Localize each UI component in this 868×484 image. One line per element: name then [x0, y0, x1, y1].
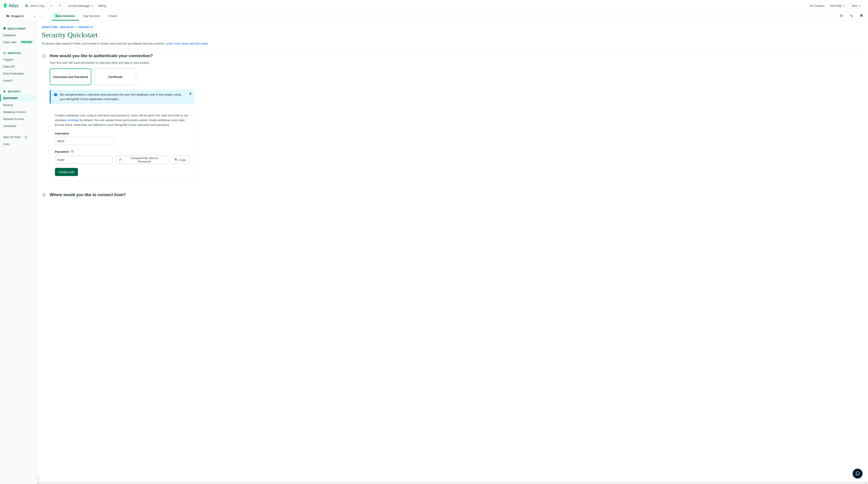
breadcrumb-org[interactable]: JOHN'S ORG - 2023-05-03 [41, 26, 74, 29]
dots-vertical-icon: ⋮ [40, 14, 43, 18]
billing-link[interactable]: Billing [98, 4, 106, 7]
org-settings-button[interactable] [57, 2, 63, 9]
sidebar-item-dataapi[interactable]: Data API [0, 63, 36, 70]
learn-more-link[interactable]: Learn more about security setup [166, 42, 208, 45]
project-selector[interactable]: Project 0 ▼ [6, 14, 36, 18]
info-icon [54, 93, 57, 97]
auth-card-label: Username and Password [53, 75, 88, 78]
notifications-button[interactable] [860, 14, 864, 19]
tab-label: Charts [108, 14, 117, 18]
horizontal-scrollbar[interactable]: ◄ ► [37, 481, 868, 484]
sidebar-item-label: Data Federation [3, 72, 24, 75]
svg-rect-6 [4, 52, 6, 54]
section-label: DEPLOYMENT [8, 27, 26, 30]
copy-password-button[interactable]: Copy [171, 156, 189, 164]
auth-card-certificate[interactable]: Certificate [94, 68, 136, 85]
password-input[interactable] [55, 156, 113, 164]
scroll-right-arrow[interactable]: ► [865, 482, 868, 484]
atlas-logo[interactable]: Atlas [3, 3, 19, 9]
autogenerate-password-button[interactable]: Autogenerate Secure Password [116, 156, 168, 164]
bell-icon [860, 15, 864, 19]
breadcrumb-project[interactable]: PROJECT 0 [79, 26, 93, 29]
breadcrumb-sep: > [75, 26, 77, 29]
sidebar-item-netaccess[interactable]: Network Access [0, 116, 36, 123]
form-description: Create a database user using a username … [55, 113, 189, 127]
eye-icon [70, 151, 74, 154]
autogen-label: Autogenerate Secure Password [124, 156, 164, 163]
get-help-label: Get Help [830, 4, 842, 7]
info-banner: We autogenerated a username and password… [50, 90, 194, 104]
scroll-left-arrow[interactable]: ◄ [37, 482, 40, 484]
sidebar-section-deployment: DEPLOYMENT [0, 26, 36, 32]
step-2: 2 Where would you like to connect from? [41, 193, 861, 197]
lock-icon [3, 90, 6, 93]
svg-point-12 [120, 159, 121, 160]
sidebar-item-quickstart[interactable]: Quickstart [0, 94, 36, 101]
sidebar-item-dbaccess[interactable]: Database Access [0, 108, 36, 116]
all-clusters-link[interactable]: All Clusters [810, 4, 825, 7]
sidebar-item-label: Search [3, 79, 12, 82]
folder-icon [6, 14, 9, 18]
caret-down-icon: ▼ [50, 5, 52, 7]
sidebar-collapse-button[interactable] [37, 475, 40, 481]
auth-card-username-password[interactable]: Username and Password [50, 68, 91, 85]
sidebar-section-services: SERVICES [0, 50, 36, 56]
sidebar-item-datalake[interactable]: Data Lake PREVIEW [0, 39, 36, 46]
sidebar-item-label: Quickstart [3, 96, 18, 100]
get-help-menu[interactable]: Get Help ▼ [830, 4, 845, 7]
brand-text: Atlas [8, 3, 19, 8]
step-title: How would you like to authenticate your … [50, 54, 861, 58]
toggle-password-visibility[interactable] [70, 150, 74, 154]
tab-data-services[interactable]: Data Services [52, 12, 79, 21]
sidebar-item-backup[interactable]: Backup [0, 101, 36, 108]
database-icon [3, 27, 6, 30]
sidebar-item-label: Triggers [3, 58, 14, 61]
scroll-track[interactable] [40, 482, 865, 484]
create-user-button[interactable]: Create User [55, 168, 78, 176]
tab-label: App Services [83, 14, 100, 18]
step-desc: Your first user will have permission to … [50, 61, 861, 64]
sidebar-item-database[interactable]: Database [0, 32, 36, 39]
section-label: SECURITY [8, 90, 21, 93]
tab-app-services[interactable]: App Services [79, 12, 104, 21]
tab-charts[interactable]: Charts [104, 12, 121, 21]
username-input[interactable] [55, 137, 114, 145]
breadcrumb: JOHN'S ORG - 2023-05-03 > PROJECT 0 [41, 26, 861, 29]
banner-close-button[interactable]: ✕ [189, 92, 192, 95]
svg-rect-9 [55, 94, 56, 96]
sidebar-item-search[interactable]: Search [0, 77, 36, 84]
org-selector[interactable]: John's Org - ... ▼ [23, 2, 55, 9]
sidebar-item-new-on-atlas[interactable]: New On Atlas 3 [0, 133, 36, 140]
privilege-link[interactable]: privilege [68, 119, 79, 122]
sidebar-item-advanced[interactable]: Advanced [0, 123, 36, 129]
sidebar-item-label: Database Access [3, 110, 26, 114]
project-menu-button[interactable]: ⋮ [40, 14, 43, 18]
copy-label: Copy [179, 158, 186, 162]
svg-rect-2 [27, 5, 28, 7]
copy-icon [174, 158, 177, 162]
user-menu[interactable]: John ▼ [849, 3, 864, 9]
close-icon: ✕ [189, 92, 192, 95]
sidebar-item-label: Network Access [3, 117, 24, 121]
sidebar-item-goto[interactable]: Goto [0, 140, 36, 148]
invite-user-button[interactable] [839, 14, 844, 19]
sidebar-item-triggers[interactable]: Triggers [0, 56, 36, 63]
page-subtitle-text: To access data stored in Atlas, you'll n… [41, 42, 166, 45]
create-user-label: Create User [59, 170, 74, 174]
step-number: 1 [41, 54, 46, 59]
step-title: Where would you like to connect from? [50, 193, 861, 197]
sidebar-item-datafederation[interactable]: Data Federation [0, 70, 36, 77]
create-user-form: Create a database user using a username … [50, 108, 194, 181]
form-desc-prefix: Create a database user using a username … [55, 114, 161, 117]
access-manager-menu[interactable]: Access Manager ▼ [68, 4, 93, 7]
chat-button[interactable] [852, 469, 863, 479]
caret-down-icon: ▼ [91, 5, 93, 7]
section-label: SERVICES [8, 52, 21, 55]
svg-point-4 [840, 14, 842, 16]
project-bar: Project 0 ▼ ⋮ Data Services App Services… [0, 12, 868, 21]
org-label: John's Org - ... [30, 4, 49, 7]
step-number: 2 [41, 193, 46, 197]
sidebar-item-label: Advanced [3, 124, 16, 128]
username-label: Username [55, 132, 189, 135]
activity-feed-button[interactable] [849, 14, 854, 19]
